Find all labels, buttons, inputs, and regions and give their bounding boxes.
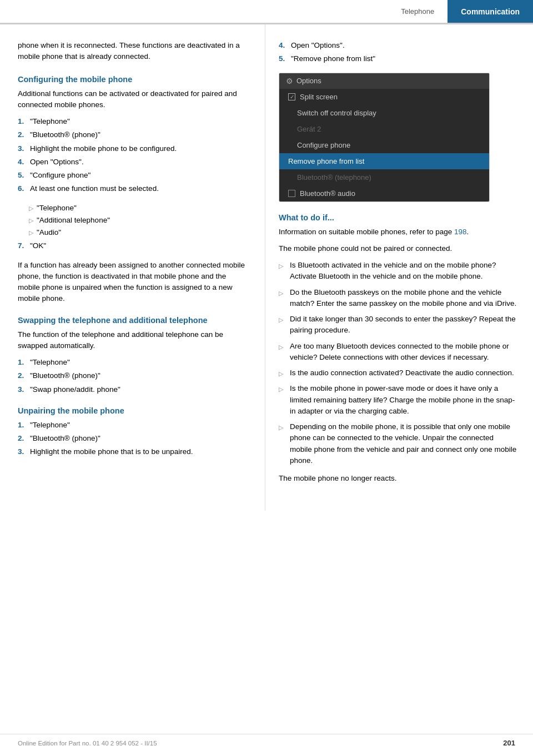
- step-num: 4.: [18, 157, 30, 168]
- step-num: 4.: [279, 40, 291, 51]
- arrow-icon: ▷: [29, 228, 33, 238]
- options-title: Options: [296, 77, 321, 85]
- step-text: Highlight the mobile phone that is to be…: [30, 446, 249, 457]
- list-item: 3. Highlight the mobile phone to be conf…: [18, 143, 249, 154]
- step-num: 2.: [18, 433, 30, 444]
- online-edition-text: Online Edition for Part no. 01 40 2 954 …: [18, 740, 157, 747]
- telephone-label: Telephone: [401, 7, 434, 16]
- list-item: ▷ Are too many Bluetooth devices connect…: [279, 341, 517, 364]
- bullet-text: Are too many Bluetooth devices connected…: [290, 341, 517, 364]
- page-header: Telephone Communication: [0, 0, 533, 24]
- step-text: "Bluetooth® (phone)": [30, 433, 249, 444]
- unpairing-steps-list: 1. "Telephone" 2. "Bluetooth® (phone)" 3…: [18, 420, 249, 458]
- bullet-text: Is the mobile phone in power-save mode o…: [290, 383, 517, 417]
- page-footer: Online Edition for Part no. 01 40 2 954 …: [0, 734, 533, 747]
- list-item: 2. "Bluetooth® (phone)": [18, 129, 249, 140]
- options-item-bt-telephone: Bluetooth® (telephone): [279, 169, 489, 185]
- step-num: 2.: [18, 370, 30, 381]
- list-item: 2. "Bluetooth® (phone)": [18, 433, 249, 444]
- list-item: 5. "Remove phone from list": [279, 53, 517, 64]
- configure-steps-list: 1. "Telephone" 2. "Bluetooth® (phone)" 3…: [18, 116, 249, 195]
- list-item: 1. "Telephone": [18, 116, 249, 127]
- checkbox-split-screen: ✓: [288, 93, 295, 100]
- list-item: 1. "Telephone": [18, 420, 249, 431]
- step-text: "OK": [30, 240, 249, 251]
- section-swapping-heading: Swapping the telephone and additional te…: [18, 316, 249, 325]
- bullet-text: Is Bluetooth activated in the vehicle an…: [290, 260, 517, 283]
- page-ref: 198: [454, 228, 467, 236]
- list-item: 6. At least one function must be selecte…: [18, 183, 249, 194]
- right-steps-before-image: 4. Open "Options". 5. "Remove phone from…: [279, 40, 517, 65]
- left-column: phone when it is reconnected. These func…: [0, 24, 265, 511]
- section-what-to-do: What to do if... Information on suitable…: [279, 213, 517, 485]
- intro-text: phone when it is reconnected. These func…: [18, 40, 249, 63]
- list-item: 4. Open "Options".: [279, 40, 517, 51]
- list-item: ▷ Is the mobile phone in power-save mode…: [279, 383, 517, 417]
- list-item: ▷ Depending on the mobile phone, it is p…: [279, 421, 517, 466]
- options-item-bt-audio: Bluetooth® audio: [279, 185, 489, 201]
- list-item: ▷ "Additional telephone": [29, 215, 249, 226]
- section-swapping-body: The function of the telephone and additi…: [18, 329, 249, 352]
- header-communication-tab: Communication: [447, 0, 533, 23]
- options-item-geraet2: Gerät 2: [279, 121, 489, 137]
- list-item: ▷ Is Bluetooth activated in the vehicle …: [279, 260, 517, 283]
- section-configure-heading: Configuring the mobile phone: [18, 75, 249, 84]
- step-num: 5.: [18, 170, 30, 181]
- section-unpairing: Unpairing the mobile phone 1. "Telephone…: [18, 406, 249, 458]
- page-number: 201: [503, 739, 515, 747]
- step-text: Open "Options".: [30, 157, 249, 168]
- communication-label: Communication: [461, 7, 520, 16]
- main-content: phone when it is reconnected. These func…: [0, 24, 533, 511]
- section-configure-body: Additional functions can be activated or…: [18, 88, 249, 111]
- intro1-end: .: [466, 228, 469, 236]
- what-bullets-list: ▷ Is Bluetooth activated in the vehicle …: [279, 260, 517, 466]
- bt-audio-label: Bluetooth® audio: [300, 189, 355, 198]
- arrow-icon: ▷: [279, 385, 285, 394]
- arrow-icon: ▷: [279, 315, 285, 325]
- step-text: At least one function must be selected.: [30, 183, 249, 194]
- step-num: 1.: [18, 357, 30, 368]
- list-item: ▷ Do the Bluetooth passkeys on the mobil…: [279, 287, 517, 310]
- substep-text: "Telephone": [37, 203, 77, 214]
- arrow-icon: ▷: [279, 369, 285, 379]
- gear-icon: ⚙: [286, 77, 293, 85]
- section-configure-after: If a function has already been assigned …: [18, 260, 249, 305]
- list-item: ▷ "Audio": [29, 227, 249, 238]
- step-text: "Swap phone/addit. phone": [30, 384, 249, 395]
- list-item: 7. "OK": [18, 240, 249, 251]
- list-item: ▷ Did it take longer than 30 seconds to …: [279, 314, 517, 336]
- step-text: "Telephone": [30, 357, 249, 368]
- arrow-icon: ▷: [279, 342, 285, 352]
- step-num: 1.: [18, 420, 30, 431]
- substep-text: "Audio": [37, 227, 61, 238]
- step-text: "Configure phone": [30, 170, 249, 181]
- substep-text: "Additional telephone": [37, 215, 110, 226]
- options-item-remove-phone: Remove phone from list: [279, 153, 489, 169]
- arrow-icon: ▷: [29, 204, 33, 213]
- options-item-configure-phone: Configure phone: [279, 137, 489, 153]
- step-text: "Telephone": [30, 116, 249, 127]
- what-intro1-text: Information on suitable mobile phones, r…: [279, 228, 454, 236]
- checkmark-icon: ✓: [290, 94, 294, 100]
- list-item: 1. "Telephone": [18, 357, 249, 368]
- step-num: 7.: [18, 240, 30, 251]
- section-swapping: Swapping the telephone and additional te…: [18, 316, 249, 395]
- section-unpairing-heading: Unpairing the mobile phone: [18, 406, 249, 415]
- list-item: 2. "Bluetooth® (phone)": [18, 370, 249, 381]
- configure-step7-list: 7. "OK": [18, 240, 249, 251]
- outro-text: The mobile phone no longer reacts.: [279, 473, 517, 484]
- section-configure: Configuring the mobile phone Additional …: [18, 75, 249, 305]
- arrow-icon: ▷: [279, 261, 285, 271]
- list-item: 3. "Swap phone/addit. phone": [18, 384, 249, 395]
- checkbox-bt-audio: [288, 190, 295, 197]
- step-text: Open "Options".: [291, 40, 517, 51]
- section-what-heading: What to do if...: [279, 213, 517, 222]
- list-item: 3. Highlight the mobile phone that is to…: [18, 446, 249, 457]
- what-intro1: Information on suitable mobile phones, r…: [279, 226, 517, 238]
- options-menu-screenshot: ⚙ Options ✓ Split screen Switch off cont…: [279, 73, 490, 202]
- list-item: ▷ Is the audio connection activated? Dea…: [279, 367, 517, 379]
- step-num: 3.: [18, 143, 30, 154]
- arrow-icon: ▷: [29, 216, 33, 225]
- list-item: 5. "Configure phone": [18, 170, 249, 181]
- step-num: 1.: [18, 116, 30, 127]
